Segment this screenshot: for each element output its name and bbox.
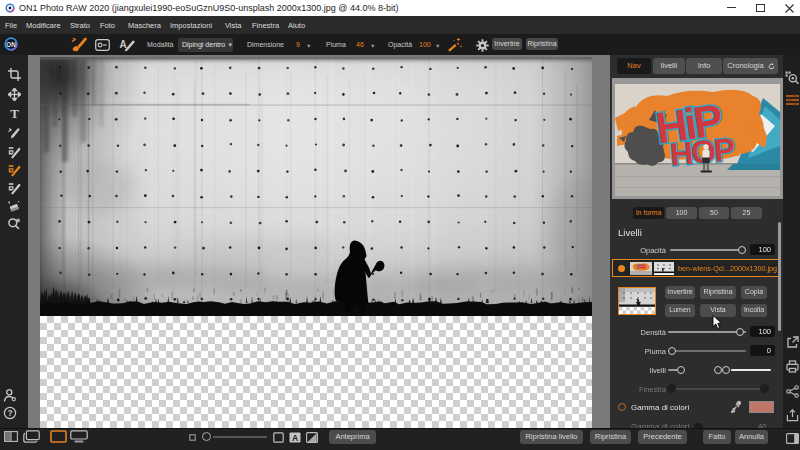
svg-text:ON: ON [6, 41, 16, 48]
svg-text:?: ? [7, 408, 12, 418]
svg-text:A: A [292, 433, 298, 443]
svg-text:A: A [119, 39, 126, 50]
svg-text:HOP: HOP [669, 131, 737, 173]
